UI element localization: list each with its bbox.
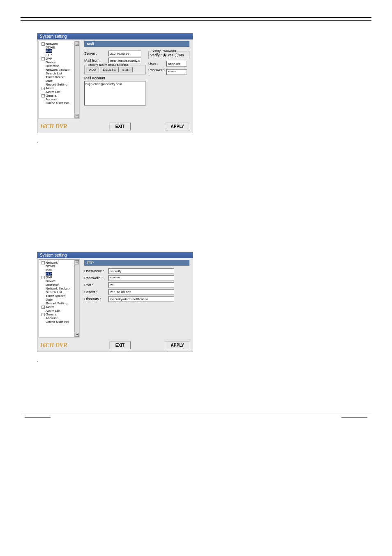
delete-button[interactable]: DELETE — [100, 67, 118, 72]
system-setting-dialog-ftp: System setting -Network DDNS Mail FTP -D… — [37, 252, 193, 352]
tree-mail[interactable]: Mail — [46, 268, 52, 272]
tree-alarm[interactable]: Alarm — [46, 86, 54, 90]
expand-icon[interactable]: - — [42, 94, 45, 97]
tree-account[interactable]: Account — [46, 97, 58, 101]
tree-record-setting[interactable]: Record Setting — [46, 301, 67, 305]
directory-input[interactable] — [108, 296, 174, 302]
mail-from-label: Mail from : — [84, 58, 107, 63]
tree-dvr[interactable]: DVR — [46, 276, 53, 279]
exit-button[interactable]: EXIT — [109, 123, 131, 130]
tree-date[interactable]: Date — [46, 79, 53, 83]
tree-network-backup[interactable]: Network Backup — [46, 68, 69, 72]
tree-alarm-list[interactable]: Alarm List — [46, 309, 60, 313]
no-label: No — [179, 53, 184, 57]
tree-record-setting[interactable]: Record Setting — [46, 83, 67, 86]
tree-general[interactable]: General — [46, 94, 57, 97]
directory-label: Directory : — [84, 297, 107, 301]
ftp-password-label: Password : — [84, 276, 107, 280]
yes-label: Yes — [167, 53, 173, 57]
mail-account-entry[interactable]: hujin.chen@security.com — [85, 82, 145, 86]
tree-alarm-list[interactable]: Alarm List — [46, 90, 60, 94]
footer-right — [341, 413, 367, 418]
tree-network[interactable]: Network — [46, 261, 58, 264]
ftp-panel-title: FTP — [84, 260, 189, 266]
brand-label: 16CH DVR — [40, 123, 67, 130]
user-input[interactable] — [166, 61, 187, 67]
mail-content-panel: Mail Server : Mail from : — [81, 39, 193, 120]
ftp-server-label: Server : — [84, 290, 107, 294]
dot-text: . — [37, 137, 371, 145]
tree-dvr[interactable]: DVR — [46, 57, 53, 60]
radio-no[interactable] — [175, 53, 178, 57]
tree-detection[interactable]: Detection — [46, 64, 60, 68]
expand-icon[interactable]: - — [42, 276, 45, 279]
mail-account-list[interactable]: hujin.chen@security.com — [84, 81, 146, 106]
scroll-down-icon[interactable]: ▾ — [75, 114, 79, 118]
expand-icon[interactable]: - — [42, 87, 45, 90]
expand-icon[interactable]: - — [42, 306, 45, 309]
screenshot-ftp: System setting -Network DDNS Mail FTP -D… — [37, 252, 371, 352]
apply-button[interactable]: APPLY — [165, 123, 190, 130]
port-label: Port : — [84, 283, 107, 287]
tree-device[interactable]: Device — [46, 60, 55, 64]
tree-ftp[interactable]: FTP — [46, 272, 52, 276]
scroll-up-icon[interactable]: ▴ — [75, 260, 79, 264]
scrollbar[interactable]: ▴ ▾ — [74, 260, 79, 337]
mail-panel-title: Mail — [84, 41, 189, 47]
tree-account[interactable]: Account — [46, 316, 58, 320]
apply-button[interactable]: APPLY — [165, 341, 190, 349]
server-label: Server : — [84, 51, 107, 56]
expand-icon[interactable]: - — [42, 57, 45, 60]
verify-label: Verify : — [150, 53, 162, 57]
tree-ddns[interactable]: DDNS — [46, 264, 55, 268]
expand-icon[interactable]: - — [42, 261, 45, 264]
tree-device[interactable]: Device — [46, 279, 55, 283]
tree-search-list[interactable]: Search List — [46, 72, 62, 75]
radio-yes[interactable] — [163, 53, 166, 57]
expand-icon[interactable]: - — [42, 42, 45, 46]
tree-search-list[interactable]: Search List — [46, 290, 62, 294]
ftp-content-panel: FTP UserName : Password : Port : Ser — [81, 258, 193, 339]
tree-network-backup[interactable]: Network Backup — [46, 287, 69, 290]
footer-left — [25, 413, 51, 418]
tree-date[interactable]: Date — [46, 298, 53, 301]
scroll-up-icon[interactable]: ▴ — [75, 42, 79, 46]
user-label: User : — [148, 62, 165, 66]
dot-text: . — [37, 356, 371, 364]
dialog-titlebar: System setting — [37, 252, 193, 258]
tree-detection[interactable]: Detection — [46, 283, 60, 287]
modify-legend: Modify alarm email address — [87, 63, 130, 67]
tree-general[interactable]: General — [46, 313, 57, 316]
tree-online-user-info[interactable]: Online User Info — [46, 320, 69, 324]
page-footer — [21, 413, 371, 418]
username-label: UserName : — [84, 269, 107, 273]
scrollbar[interactable]: ▴ ▾ — [74, 41, 79, 118]
tree-timer-record[interactable]: Timer Record — [46, 75, 65, 79]
server-input[interactable] — [108, 51, 141, 56]
header-rule-1 — [21, 17, 371, 18]
verify-legend: Verify Password — [151, 49, 177, 53]
dialog-titlebar: System setting — [37, 33, 193, 39]
tree-online-user-info[interactable]: Online User Info — [46, 101, 69, 105]
password-input[interactable] — [166, 69, 187, 75]
scroll-down-icon[interactable]: ▾ — [75, 333, 79, 337]
add-button[interactable]: ADD — [86, 67, 99, 72]
tree-panel[interactable]: -Network DDNS Mail FTP -DVR Device Detec… — [39, 259, 80, 338]
tree-alarm[interactable]: Alarm — [46, 305, 54, 309]
exit-button[interactable]: EXIT — [109, 341, 131, 349]
edit-button[interactable]: EDIT — [120, 67, 133, 72]
mail-from-input[interactable] — [108, 58, 141, 63]
ftp-password-input[interactable] — [108, 275, 174, 281]
tree-network[interactable]: Network — [46, 42, 58, 46]
tree-mail[interactable]: Mail — [46, 49, 52, 53]
verify-fieldset: Verify Password Verify : Yes No — [148, 51, 189, 59]
tree-panel[interactable]: -Network DDNS Mail FTP -DVR Device Detec… — [39, 41, 80, 119]
brand-label: 16CH DVR — [40, 342, 67, 349]
tree-timer-record[interactable]: Timer Record — [46, 294, 65, 298]
expand-icon[interactable]: - — [42, 313, 45, 316]
port-input[interactable] — [108, 282, 174, 288]
ftp-server-input[interactable] — [108, 289, 174, 295]
tree-ftp[interactable]: FTP — [46, 53, 52, 57]
username-input[interactable] — [108, 268, 174, 274]
tree-ddns[interactable]: DDNS — [46, 46, 55, 49]
